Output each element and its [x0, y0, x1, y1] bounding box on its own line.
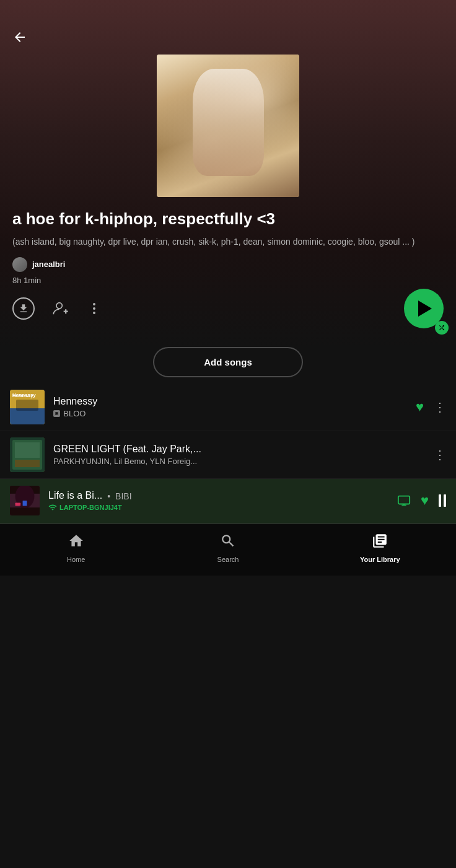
now-playing-actions: ♥ [397, 493, 446, 509]
more-options-button[interactable] [87, 301, 102, 316]
hennessy-cover: Hennessy [10, 390, 45, 424]
svg-point-2 [93, 307, 95, 310]
owner-avatar [12, 257, 27, 272]
now-playing-info: Life is a Bi... • BIBI LAPTOP-BGNJIJ4T [48, 490, 388, 512]
library-icon [372, 533, 388, 553]
cast-icon[interactable] [397, 494, 411, 507]
follow-button[interactable] [52, 300, 69, 317]
device-row: LAPTOP-BGNJIJ4T [48, 503, 388, 512]
svg-rect-7 [16, 400, 38, 411]
nav-label-home: Home [67, 556, 85, 563]
song-title-hennessy: Hennessy [53, 396, 407, 407]
nav-item-library[interactable]: Your Library [304, 533, 456, 563]
pause-button[interactable] [439, 494, 446, 507]
nav-item-search[interactable]: Search [152, 533, 304, 563]
explicit-badge: E [53, 410, 60, 417]
svg-rect-10 [15, 442, 40, 458]
like-icon-nowplaying[interactable]: ♥ [421, 493, 429, 509]
song-artist-greenlight: PARKHYUNJIN, Lil Bemo, YLN Foreig... [53, 457, 197, 466]
wifi-icon [48, 503, 57, 512]
more-dots-hennessy[interactable]: ⋮ [434, 400, 446, 414]
song-thumb-greenlight [10, 437, 45, 472]
add-songs-button[interactable]: Add songs [153, 347, 303, 377]
owner-name[interactable]: janealbri [32, 260, 65, 269]
bibi-cover [10, 486, 40, 515]
svg-point-1 [93, 303, 95, 305]
nav-item-home[interactable]: Home [0, 533, 152, 563]
svg-point-3 [93, 312, 95, 314]
download-icon [12, 297, 35, 320]
home-icon [68, 533, 84, 553]
pause-bar-2 [444, 494, 446, 507]
like-icon-hennessy[interactable]: ♥ [416, 399, 424, 415]
separator: • [107, 491, 110, 501]
playlist-info: a hoe for k-hiphop, respectfully <3 (ash… [0, 209, 456, 285]
svg-rect-11 [15, 460, 40, 467]
playlist-cover-art [157, 55, 299, 197]
play-icon [418, 300, 432, 317]
download-button[interactable] [12, 297, 35, 320]
now-playing-title-row: Life is a Bi... • BIBI [48, 490, 388, 503]
song-item-hennessy: Hennessy Hennessy E BLOO ♥ ⋮ [0, 384, 456, 431]
back-button[interactable] [12, 30, 27, 45]
shuffle-badge [435, 321, 449, 335]
song-info-hennessy: Hennessy E BLOO [53, 396, 407, 418]
artist-row-hennessy: E BLOO [53, 409, 407, 418]
device-name: LAPTOP-BGNJIJ4T [59, 504, 122, 511]
song-thumb-hennessy: Hennessy [10, 390, 45, 424]
svg-point-0 [56, 302, 62, 308]
now-playing-thumb [10, 486, 40, 515]
now-playing-artist: BIBI [115, 491, 131, 501]
svg-text:Hennessy: Hennessy [12, 393, 33, 398]
cover-art-image [157, 55, 299, 197]
greenlight-cover [10, 437, 45, 472]
playlist-duration: 8h 1min [12, 276, 444, 285]
song-artist-hennessy: BLOO [63, 409, 86, 418]
playlist-description: (ash island, big naughty, dpr live, dpr … [12, 236, 444, 248]
nav-label-search: Search [217, 556, 239, 563]
nav-label-library: Your Library [360, 556, 400, 563]
more-dots-greenlight[interactable]: ⋮ [434, 447, 446, 462]
action-row [0, 297, 456, 320]
now-playing-bar[interactable]: Life is a Bi... • BIBI LAPTOP-BGNJIJ4T ♥ [0, 479, 456, 524]
svg-rect-17 [398, 496, 410, 504]
song-info-greenlight: GREEN LIGHT (Feat. Jay Park,... PARKHYUN… [53, 444, 425, 466]
owner-row: janealbri [12, 257, 444, 272]
hero-section: a hoe for k-hiphop, respectfully <3 (ash… [0, 0, 456, 347]
add-songs-container: Add songs [0, 347, 456, 384]
now-playing-title: Life is a Bi... [48, 490, 102, 501]
song-title-greenlight: GREEN LIGHT (Feat. Jay Park,... [53, 444, 425, 455]
svg-rect-16 [23, 501, 27, 506]
song-actions-greenlight: ⋮ [434, 447, 446, 462]
artist-row-greenlight: PARKHYUNJIN, Lil Bemo, YLN Foreig... [53, 457, 425, 466]
album-art-container [0, 55, 456, 197]
search-icon [220, 533, 236, 553]
playlist-title: a hoe for k-hiphop, respectfully <3 [12, 209, 444, 229]
bottom-nav: Home Search Your Library [0, 524, 456, 576]
song-actions-hennessy: ♥ ⋮ [416, 399, 446, 415]
svg-rect-15 [15, 503, 21, 506]
top-bar [0, 0, 456, 55]
pause-bar-1 [439, 494, 441, 507]
song-item-greenlight: GREEN LIGHT (Feat. Jay Park,... PARKHYUN… [0, 431, 456, 479]
song-list: Hennessy Hennessy E BLOO ♥ ⋮ [0, 384, 456, 524]
